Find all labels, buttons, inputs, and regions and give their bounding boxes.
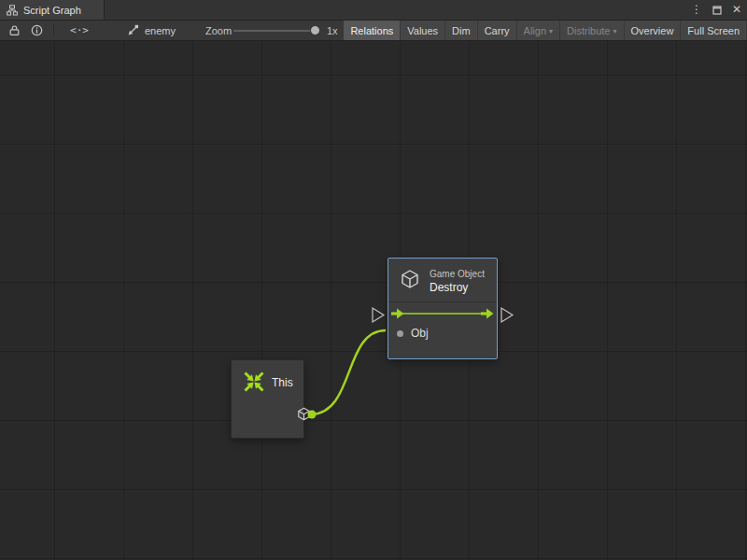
control-output-port[interactable] — [501, 308, 513, 322]
values-button-label: Values — [407, 25, 438, 36]
cube-icon — [297, 407, 311, 421]
node-title: This — [272, 376, 293, 389]
zoom-label: Zoom — [205, 21, 232, 40]
code-toggle-button[interactable]: <·> — [65, 21, 93, 40]
node-this[interactable]: This — [231, 359, 304, 439]
distribute-dropdown-label: Distribute — [567, 25, 610, 36]
chevron-down-icon: ▾ — [613, 27, 617, 35]
relations-button-label: Relations — [350, 25, 393, 36]
connections-overlay — [0, 41, 747, 560]
dim-button[interactable]: Dim — [445, 21, 477, 40]
toolbar-buttons: Relations Values Dim Carry Align ▾ Distr… — [344, 21, 746, 40]
fullscreen-button[interactable]: Full Screen — [681, 21, 746, 40]
values-button[interactable]: Values — [401, 21, 444, 40]
lock-icon — [8, 24, 21, 36]
carry-button[interactable]: Carry — [478, 21, 516, 40]
fullscreen-button-label: Full Screen — [687, 25, 740, 36]
align-dropdown[interactable]: Align ▾ — [517, 21, 559, 40]
toolbar-separator — [53, 24, 54, 36]
overview-button-label: Overview — [631, 25, 674, 36]
node-header-divider — [388, 301, 497, 302]
tab-title: Script Graph — [23, 5, 81, 16]
graph-owner[interactable]: enemy — [127, 21, 176, 40]
close-button[interactable]: ✕ — [732, 0, 741, 20]
align-dropdown-label: Align — [524, 25, 546, 36]
zoom-slider[interactable] — [233, 21, 323, 40]
menu-button[interactable]: ⋮ — [691, 0, 702, 20]
info-icon — [31, 24, 43, 36]
control-input-port[interactable] — [373, 308, 384, 322]
title-bar: Script Graph ⋮ ✕ — [0, 0, 747, 21]
lock-button[interactable] — [4, 21, 24, 40]
info-button[interactable] — [26, 21, 47, 40]
script-graph-icon — [7, 5, 18, 16]
port-label: Obj — [411, 327, 429, 340]
dim-button-label: Dim — [452, 25, 471, 36]
carry-button-label: Carry — [485, 25, 510, 36]
zoom-value: 1x — [327, 21, 338, 40]
maximize-button[interactable] — [712, 6, 722, 15]
chevron-down-icon: ▾ — [549, 27, 553, 35]
code-icon: <·> — [70, 24, 89, 36]
connection-edge[interactable] — [312, 330, 386, 414]
graph-name: enemy — [145, 25, 176, 36]
graph-canvas[interactable]: This Game Object Destroy — [0, 41, 747, 560]
port-dot-icon — [397, 330, 403, 337]
graph-owner-icon — [127, 24, 139, 36]
zoom-slider-handle[interactable] — [310, 25, 320, 35]
node-destroy[interactable]: Game Object Destroy Obj — [388, 258, 498, 359]
tab-script-graph[interactable]: Script Graph — [0, 0, 105, 20]
relations-button[interactable]: Relations — [344, 21, 400, 40]
zoom-slider-track[interactable] — [233, 30, 316, 32]
node-category: Game Object — [430, 269, 485, 279]
overview-button[interactable]: Overview — [625, 21, 681, 40]
obj-input-port[interactable]: Obj — [397, 326, 429, 341]
distribute-dropdown[interactable]: Distribute ▾ — [560, 21, 623, 40]
node-title: Destroy — [430, 281, 468, 294]
graph-toolbar: <·> enemy Zoom 1x Relations Values Dim C… — [0, 21, 747, 41]
window-controls: ⋮ ✕ — [691, 0, 741, 20]
